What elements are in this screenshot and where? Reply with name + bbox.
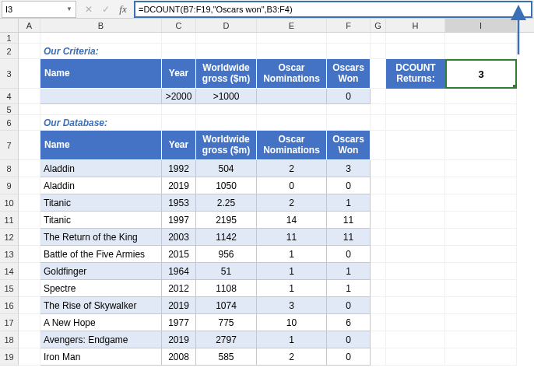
cell[interactable] [371,280,386,297]
cell[interactable] [371,297,386,314]
cell[interactable] [445,331,517,348]
database-cell[interactable]: 2.25 [196,194,257,212]
database-cell[interactable]: 2 [257,348,327,366]
database-cell[interactable]: Aladdin [40,177,162,194]
cell[interactable] [371,131,386,160]
cell[interactable] [162,104,196,115]
cell[interactable] [19,131,40,160]
database-header[interactable]: Oscar Nominations [257,131,327,160]
cell[interactable] [19,44,40,59]
database-cell[interactable]: 585 [196,348,257,366]
cell[interactable] [327,33,371,44]
name-box-dropdown-icon[interactable]: ▼ [66,5,72,12]
database-cell[interactable]: Titanic [40,194,162,212]
database-cell[interactable]: The Return of the King [40,229,162,246]
cell[interactable] [371,194,386,212]
cell[interactable] [257,115,327,131]
cell[interactable] [257,33,327,44]
database-cell[interactable]: Spectre [40,280,162,297]
enter-icon[interactable]: ✓ [100,4,112,15]
database-cell[interactable]: 2797 [196,331,257,348]
cell[interactable] [445,104,517,115]
database-cell[interactable]: 956 [196,246,257,263]
row-header[interactable]: 17 [0,314,18,331]
database-cell[interactable]: Goldfinger [40,263,162,280]
database-cell[interactable]: 1964 [162,263,196,280]
database-cell[interactable]: Aladdin [40,160,162,177]
cell[interactable] [196,33,257,44]
cell[interactable] [445,348,517,366]
row-header[interactable]: 12 [0,229,18,246]
row-header[interactable]: 11 [0,212,18,229]
cell[interactable] [19,160,40,177]
cell[interactable] [327,115,371,131]
database-cell[interactable]: 3 [327,160,371,177]
database-cell[interactable]: 0 [327,331,371,348]
cell[interactable] [386,280,445,297]
fx-icon[interactable]: fx [117,3,129,16]
database-cell[interactable]: 6 [327,314,371,331]
cell[interactable] [19,314,40,331]
cell[interactable] [371,177,386,194]
cell[interactable] [19,33,40,44]
cell[interactable] [371,115,386,131]
section-title-database[interactable]: Our Database: [40,115,162,131]
cell[interactable] [19,194,40,212]
criteria-cell[interactable]: >1000 [196,89,257,104]
database-cell[interactable]: 1997 [162,212,196,229]
row-header[interactable]: 8 [0,160,18,177]
criteria-header[interactable]: Worldwide gross ($m) [196,59,257,89]
database-cell[interactable]: 3 [257,297,327,314]
row-header[interactable]: 7 [0,131,18,160]
select-all-corner[interactable] [0,19,19,32]
cell[interactable] [257,104,327,115]
cell[interactable] [19,229,40,246]
cell[interactable] [386,44,445,59]
cell[interactable] [386,131,445,160]
cell[interactable] [162,44,196,59]
cell[interactable] [371,348,386,366]
cell[interactable] [19,331,40,348]
col-header[interactable]: F [327,19,371,32]
cell[interactable] [386,348,445,366]
cell[interactable] [196,104,257,115]
row-header[interactable]: 13 [0,246,18,263]
database-cell[interactable]: 1992 [162,160,196,177]
cell[interactable] [19,177,40,194]
row-header[interactable]: 5 [0,104,18,115]
criteria-header[interactable]: Oscars Won [327,59,371,89]
cell[interactable] [19,246,40,263]
database-cell[interactable]: Avengers: Endgame [40,331,162,348]
cell[interactable] [19,348,40,366]
row-header[interactable]: 6 [0,115,18,131]
cell[interactable] [371,246,386,263]
cell[interactable] [445,194,517,212]
cell[interactable] [371,33,386,44]
database-header[interactable]: Year [162,131,196,160]
database-cell[interactable]: Titanic [40,212,162,229]
cell[interactable] [371,263,386,280]
cell[interactable] [371,44,386,59]
database-cell[interactable]: 1108 [196,280,257,297]
database-cell[interactable]: 1142 [196,229,257,246]
col-header[interactable]: E [257,19,327,32]
cell[interactable] [386,246,445,263]
database-cell[interactable]: 2 [257,194,327,212]
database-cell[interactable]: 2019 [162,177,196,194]
database-cell[interactable]: 2 [257,160,327,177]
col-header[interactable]: B [40,19,162,32]
cell[interactable] [445,44,517,59]
cell[interactable] [386,194,445,212]
database-cell[interactable]: A New Hope [40,314,162,331]
cell[interactable] [371,331,386,348]
cell[interactable] [386,263,445,280]
database-cell[interactable]: 10 [257,314,327,331]
cell[interactable] [19,263,40,280]
cell[interactable] [371,104,386,115]
cell[interactable] [445,131,517,160]
cell[interactable] [445,246,517,263]
database-cell[interactable]: 0 [327,348,371,366]
database-cell[interactable]: 1 [257,331,327,348]
cell[interactable] [445,177,517,194]
cell[interactable] [445,212,517,229]
